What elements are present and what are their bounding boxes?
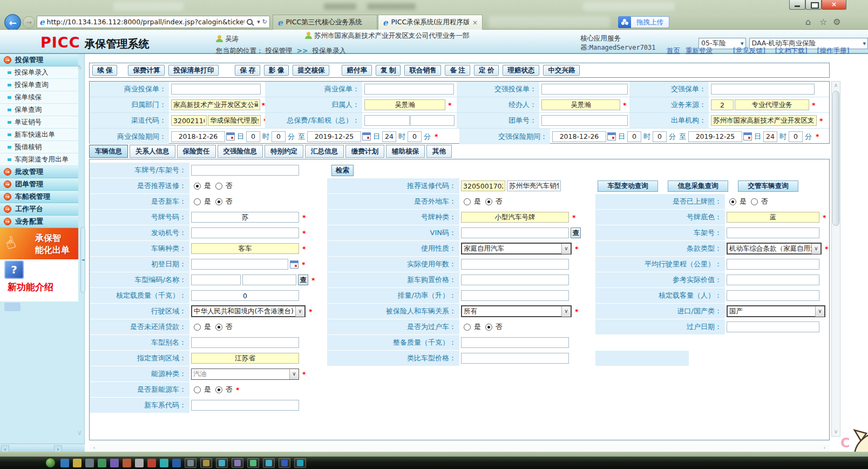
scroll-left-icon[interactable]: ‹ [90,444,98,452]
tab-close-icon[interactable]: × [472,19,478,26]
taskbar-open-app-icon[interactable] [185,458,196,468]
tab-related-parties[interactable]: 关系人信息 [130,145,175,158]
model-code-input[interactable] [191,274,241,285]
biz-application-input[interactable] [171,84,261,95]
recommend-name-input[interactable] [507,180,561,191]
group-policy-input[interactable] [541,115,628,126]
source-code-input[interactable] [711,99,734,110]
calendar-icon[interactable] [743,132,752,140]
new-car-price-input[interactable] [461,274,569,285]
info-collect-query-button[interactable]: 信息采集查询 [668,180,728,192]
ctp-end-hour-input[interactable] [763,131,777,142]
taskbar-app-icon[interactable] [147,459,156,467]
biz-policy-input[interactable] [364,84,454,95]
radio-yes[interactable] [464,198,471,205]
joint-sale-button[interactable]: 联合销售 [404,65,441,76]
loss-ratio-button[interactable]: 赔付率 [342,65,372,76]
window-minimize-button[interactable] [789,0,805,10]
window-close-button[interactable]: × [822,0,846,10]
taskbar-app-icon[interactable] [73,459,82,467]
vertical-scrollbar[interactable]: ∧ ∨ [831,81,840,437]
import-domestic-select[interactable]: 国产∨ [727,305,825,317]
ctp-policy-input[interactable] [711,84,815,95]
radio-no[interactable] [215,183,222,190]
scroll-right-icon[interactable]: › [820,444,829,452]
clause-type-select[interactable]: 机动车综合条款（家庭自用汽车产∨ [727,243,822,254]
engine-number-input[interactable] [191,227,299,238]
recommend-code-input[interactable] [461,180,505,191]
sidebar-collapse-handle[interactable]: ◄ [80,227,85,293]
tab-coverage[interactable]: 保险责任 [177,145,216,158]
biz-start-hour-input[interactable] [246,131,260,142]
sidebar-section-chechuanshui[interactable]: →车船税管理 [0,191,78,203]
radio-yes[interactable] [729,198,736,205]
clear-field-icon[interactable]: × [254,102,259,109]
start-orb[interactable] [45,458,56,468]
first-reg-date-input[interactable] [191,259,288,270]
relogin-link[interactable]: 重新登录 [686,46,713,55]
tab-special-agreement[interactable]: 特别约定 [265,145,303,158]
biz-end-hour-input[interactable] [382,131,396,142]
sidebar-item-policy-query[interactable]: 保单查询 [0,104,78,116]
tab-other[interactable]: 其他 [426,145,452,158]
home-link[interactable]: 首页 [667,46,680,55]
frame-number-input[interactable] [727,227,819,238]
browser-tab-underwriting[interactable]: e PICC承保系统(应用程序版... × [378,15,483,30]
scroll-up-icon[interactable]: ∧ [832,82,840,90]
ctp-start-min-input[interactable] [653,131,667,142]
refresh-icon[interactable]: ↻ [262,18,267,25]
home-icon[interactable]: ⌂ [805,17,811,27]
favorites-star-icon[interactable]: ☆ [819,17,827,27]
taskbar-open-app-icon[interactable] [216,458,228,468]
print-list-button[interactable]: 投保清单打印 [168,65,219,76]
sidebar-scroll-up-icon[interactable]: ∧ [77,63,82,71]
chevron-down-icon[interactable]: ▾ [257,18,260,25]
query-region-input[interactable] [191,353,299,364]
avg-mileage-input[interactable] [727,259,819,270]
sidebar-item-policy-renewal[interactable]: 保单续保 [0,91,78,104]
smart-issue-banner[interactable]: ☝ 承保智能化出单 [0,228,78,259]
taskbar-app-icon[interactable] [135,459,144,467]
zhongjiao-xinglu-button[interactable]: 中交兴路 [543,65,580,76]
taskbar-app-icon[interactable] [110,459,119,467]
scrollbar-thumb[interactable] [832,91,839,226]
radio-yes[interactable] [194,386,201,393]
sidebar-item-dealer-channel-issue[interactable]: 车商渠道专用出单 [0,153,78,166]
plate-color-input[interactable] [727,212,819,223]
sidebar-item-preborrow-verify[interactable]: 预借核销 [0,141,78,153]
new-feature-link[interactable]: ? 新功能介绍 [0,259,78,302]
remark-button[interactable]: 备 注 [445,65,470,76]
ctp-end-date-input[interactable] [688,131,742,142]
radio-no[interactable] [485,324,492,331]
radio-yes[interactable] [194,324,201,331]
sidebar-section-toubao[interactable]: → 投保管理 [0,54,78,66]
driving-region-select[interactable]: 中华人民共和国境内(不含港澳台)∨ [191,305,306,317]
calendar-icon[interactable] [226,132,235,140]
sidebar-section-pigai[interactable]: →批改管理 [0,166,78,178]
taskbar-open-app-icon[interactable] [279,458,290,468]
model-alias-input[interactable] [191,337,299,348]
radio-yes[interactable] [194,198,201,205]
total-premium-input[interactable] [364,115,410,126]
ctp-start-date-input[interactable] [552,131,606,142]
sidebar-item-newcar-fast-issue[interactable]: 新车快速出单 [0,129,78,141]
channel-name-input[interactable] [208,115,261,126]
ctp-end-min-input[interactable] [789,131,803,142]
url-text[interactable]: http://10.134.136.112:8000/prpall/index.… [47,18,245,26]
doc-download-link[interactable]: [文档下载] [775,46,808,55]
taskbar-app-icon[interactable] [172,459,181,467]
radio-no[interactable] [215,386,222,393]
sidebar-section-gongzuo[interactable]: →工作平台 [0,203,78,216]
calendar-icon[interactable] [362,132,371,140]
biz-end-min-input[interactable] [408,131,422,142]
compare-price-input[interactable] [461,353,569,364]
department-input[interactable] [171,99,260,110]
vehicle-type-input[interactable] [191,243,299,254]
biz-start-date-input[interactable] [171,131,225,142]
owner-input[interactable] [364,99,445,110]
issuing-office-input[interactable] [711,115,817,126]
model-check-button[interactable]: 查 [298,274,308,285]
taskbar-open-app-icon[interactable] [232,458,243,468]
taskbar-app-icon[interactable] [123,459,131,467]
claim-status-button[interactable]: 理赔状态 [503,65,539,76]
